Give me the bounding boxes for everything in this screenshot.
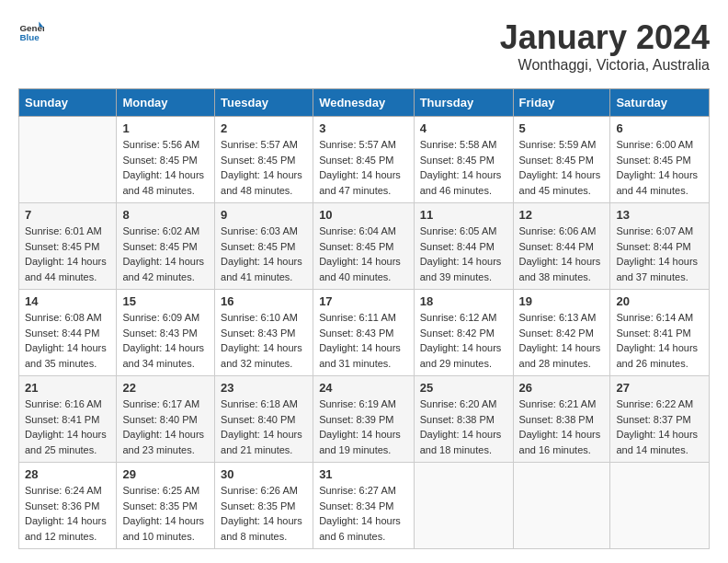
day-info: Sunrise: 6:05 AM Sunset: 8:44 PM Dayligh… [420,224,507,284]
daylight-text: Daylight: 14 hours and 18 minutes. [420,429,502,455]
calendar-cell: 14 Sunrise: 6:08 AM Sunset: 8:44 PM Dayl… [19,290,117,376]
day-info: Sunrise: 6:02 AM Sunset: 8:45 PM Dayligh… [122,224,209,284]
day-info: Sunrise: 6:16 AM Sunset: 8:41 PM Dayligh… [25,396,110,457]
day-info: Sunrise: 6:12 AM Sunset: 8:42 PM Dayligh… [420,310,507,371]
svg-text:Blue: Blue [19,32,40,42]
sunset-text: Sunset: 8:45 PM [319,241,393,252]
daylight-text: Daylight: 14 hours and 44 minutes. [25,256,107,282]
sunrise-text: Sunrise: 6:01 AM [25,225,102,236]
sunrise-text: Sunrise: 6:24 AM [25,485,102,496]
header-wednesday: Wednesday [313,89,415,117]
sunset-text: Sunset: 8:35 PM [221,500,295,511]
daylight-text: Daylight: 14 hours and 29 minutes. [420,342,502,369]
day-number: 20 [616,294,703,308]
day-info: Sunrise: 6:09 AM Sunset: 8:43 PM Dayligh… [122,310,209,371]
calendar-cell: 11 Sunrise: 6:05 AM Sunset: 8:44 PM Dayl… [414,203,513,290]
calendar-header-row: Sunday Monday Tuesday Wednesday Thursday… [19,89,710,117]
day-number: 13 [616,208,703,222]
day-info: Sunrise: 5:57 AM Sunset: 8:45 PM Dayligh… [319,137,408,198]
daylight-text: Daylight: 14 hours and 31 minutes. [319,342,401,369]
sunrise-text: Sunrise: 6:14 AM [616,312,693,323]
day-info: Sunrise: 6:17 AM Sunset: 8:40 PM Dayligh… [122,396,209,457]
sunrise-text: Sunrise: 5:58 AM [420,139,497,150]
daylight-text: Daylight: 14 hours and 39 minutes. [420,256,502,282]
sunrise-text: Sunrise: 6:06 AM [519,225,597,236]
sunset-text: Sunset: 8:45 PM [616,155,690,166]
day-info: Sunrise: 6:06 AM Sunset: 8:44 PM Dayligh… [519,224,605,284]
calendar-cell: 26 Sunrise: 6:21 AM Sunset: 8:38 PM Dayl… [513,376,610,463]
daylight-text: Daylight: 14 hours and 28 minutes. [519,342,601,369]
daylight-text: Daylight: 14 hours and 41 minutes. [221,256,302,282]
header-saturday: Saturday [610,89,710,117]
calendar-cell [513,463,610,549]
sunrise-text: Sunrise: 6:20 AM [420,398,497,409]
calendar-cell: 9 Sunrise: 6:03 AM Sunset: 8:45 PM Dayli… [215,203,313,290]
calendar-cell: 7 Sunrise: 6:01 AM Sunset: 8:45 PM Dayli… [19,203,117,290]
calendar-cell: 5 Sunrise: 5:59 AM Sunset: 8:45 PM Dayli… [513,117,610,203]
sunset-text: Sunset: 8:39 PM [319,414,393,425]
calendar-table: Sunday Monday Tuesday Wednesday Thursday… [18,88,710,549]
day-number: 3 [319,121,408,135]
day-number: 7 [25,208,110,222]
month-year-title: January 2024 [500,18,710,57]
day-info: Sunrise: 5:56 AM Sunset: 8:45 PM Dayligh… [122,137,209,198]
sunrise-text: Sunrise: 6:13 AM [519,312,597,323]
day-info: Sunrise: 6:03 AM Sunset: 8:45 PM Dayligh… [221,224,307,284]
day-info: Sunrise: 6:19 AM Sunset: 8:39 PM Dayligh… [319,396,408,457]
calendar-week-row: 14 Sunrise: 6:08 AM Sunset: 8:44 PM Dayl… [19,290,710,376]
calendar-week-row: 21 Sunrise: 6:16 AM Sunset: 8:41 PM Dayl… [19,376,710,463]
calendar-week-row: 1 Sunrise: 5:56 AM Sunset: 8:45 PM Dayli… [19,117,710,203]
calendar-cell: 19 Sunrise: 6:13 AM Sunset: 8:42 PM Dayl… [513,290,610,376]
day-info: Sunrise: 6:22 AM Sunset: 8:37 PM Dayligh… [616,396,703,457]
day-number: 8 [122,208,209,222]
sunset-text: Sunset: 8:41 PM [25,414,99,425]
sunrise-text: Sunrise: 6:19 AM [319,398,396,409]
sunrise-text: Sunrise: 6:25 AM [122,485,199,496]
daylight-text: Daylight: 14 hours and 26 minutes. [616,342,698,369]
calendar-cell: 13 Sunrise: 6:07 AM Sunset: 8:44 PM Dayl… [610,203,710,290]
day-number: 31 [319,467,408,481]
logo: General Blue [18,18,44,44]
day-number: 23 [221,381,307,395]
day-number: 18 [420,294,507,308]
sunset-text: Sunset: 8:36 PM [25,500,99,511]
sunset-text: Sunset: 8:44 PM [25,327,99,339]
calendar-cell: 31 Sunrise: 6:27 AM Sunset: 8:34 PM Dayl… [313,463,415,549]
calendar-cell: 12 Sunrise: 6:06 AM Sunset: 8:44 PM Dayl… [513,203,610,290]
day-info: Sunrise: 6:07 AM Sunset: 8:44 PM Dayligh… [616,224,703,284]
sunrise-text: Sunrise: 5:57 AM [221,139,298,150]
sunset-text: Sunset: 8:38 PM [519,414,594,425]
sunrise-text: Sunrise: 6:05 AM [420,225,497,236]
sunset-text: Sunset: 8:43 PM [319,327,393,339]
calendar-cell: 4 Sunrise: 5:58 AM Sunset: 8:45 PM Dayli… [414,117,513,203]
calendar-cell [610,463,710,549]
sunset-text: Sunset: 8:45 PM [25,241,99,252]
calendar-cell: 24 Sunrise: 6:19 AM Sunset: 8:39 PM Dayl… [313,376,415,463]
day-info: Sunrise: 6:25 AM Sunset: 8:35 PM Dayligh… [122,483,209,544]
day-number: 16 [221,294,307,308]
day-info: Sunrise: 6:21 AM Sunset: 8:38 PM Dayligh… [519,396,605,457]
sunrise-text: Sunrise: 6:10 AM [221,312,298,323]
day-info: Sunrise: 6:10 AM Sunset: 8:43 PM Dayligh… [221,310,307,371]
sunset-text: Sunset: 8:45 PM [221,241,295,252]
sunset-text: Sunset: 8:41 PM [616,327,690,339]
daylight-text: Daylight: 14 hours and 21 minutes. [221,429,302,455]
day-number: 14 [25,294,110,308]
title-section: January 2024 Wonthaggi, Victoria, Austra… [500,18,710,74]
calendar-cell: 30 Sunrise: 6:26 AM Sunset: 8:35 PM Dayl… [215,463,313,549]
day-info: Sunrise: 6:14 AM Sunset: 8:41 PM Dayligh… [616,310,703,371]
location-subtitle: Wonthaggi, Victoria, Australia [500,57,710,74]
day-info: Sunrise: 6:27 AM Sunset: 8:34 PM Dayligh… [319,483,408,544]
day-info: Sunrise: 5:58 AM Sunset: 8:45 PM Dayligh… [420,137,507,198]
day-number: 19 [519,294,605,308]
calendar-cell: 20 Sunrise: 6:14 AM Sunset: 8:41 PM Dayl… [610,290,710,376]
day-number: 6 [616,121,703,135]
calendar-cell: 25 Sunrise: 6:20 AM Sunset: 8:38 PM Dayl… [414,376,513,463]
sunset-text: Sunset: 8:45 PM [221,155,295,166]
sunset-text: Sunset: 8:44 PM [519,241,594,252]
daylight-text: Daylight: 14 hours and 47 minutes. [319,169,401,196]
calendar-cell: 29 Sunrise: 6:25 AM Sunset: 8:35 PM Dayl… [117,463,215,549]
day-info: Sunrise: 6:20 AM Sunset: 8:38 PM Dayligh… [420,396,507,457]
header-sunday: Sunday [19,89,117,117]
day-number: 15 [122,294,209,308]
